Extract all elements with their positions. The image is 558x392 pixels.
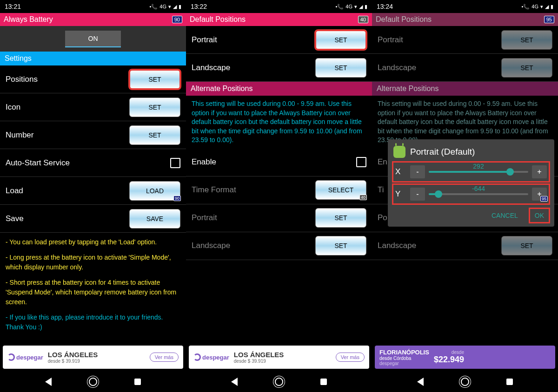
screen-3: 13:24 •📞 4G ▾ ◢ ▮ Default Positions 95 P… — [372, 0, 558, 392]
nav-recent-button[interactable] — [320, 379, 327, 385]
nav-back-button[interactable] — [45, 378, 52, 386]
ad-destination: LOS ÁNGELES — [234, 351, 284, 359]
master-toggle-row: ON — [0, 26, 186, 52]
net-label: 4G — [345, 4, 352, 9]
app-title: Always Battery — [4, 15, 53, 24]
signal-icon: ◢ — [173, 4, 177, 10]
cancel-button[interactable]: CANCEL — [487, 209, 523, 222]
nav-bar — [0, 372, 186, 392]
alt-landscape-label: Landscape — [192, 241, 230, 250]
ad-banner[interactable]: despegar LOS ÁNGELES desde $ 39.919 Ver … — [189, 346, 369, 369]
ad-banner[interactable]: despegar LOS ÁNGELES desde $ 39.919 Ver … — [3, 346, 183, 369]
number-row[interactable]: Number SET — [0, 121, 186, 149]
portrait-row[interactable]: Portrait SET — [186, 26, 372, 54]
nav-home-button[interactable] — [89, 378, 97, 386]
ad-destination: LOS ÁNGELES — [48, 351, 98, 359]
save-row[interactable]: Save SAVE — [0, 205, 186, 233]
load-label: Load — [6, 186, 23, 196]
number-set-button[interactable]: SET — [129, 125, 180, 145]
enable-label: Enable — [192, 157, 216, 167]
y-slider[interactable]: -644 — [429, 193, 528, 195]
icon-set-button[interactable]: SET — [129, 98, 180, 117]
wifi-icon: ▾ — [354, 4, 357, 10]
alt-portrait-label: Portrait — [192, 213, 217, 222]
autostart-row[interactable]: Auto-Start Service — [0, 149, 186, 177]
screen-1: 13:21 •📞 4G ▾ ◢ ▮ Always Battery 90 ON S… — [0, 0, 186, 392]
autostart-checkbox[interactable] — [170, 158, 180, 168]
load-row[interactable]: Load LOAD 90 — [0, 177, 186, 205]
landscape-row[interactable]: Landscape SET — [186, 54, 372, 82]
wifi-icon: ▾ — [168, 4, 171, 10]
select-badge: 40 — [359, 195, 367, 200]
x-plus-button[interactable]: + — [532, 165, 547, 178]
ad-logo: despegar — [193, 353, 229, 361]
ad-text: LOS ÁNGELES desde $ 39.919 — [48, 351, 98, 364]
nav-recent-button[interactable] — [134, 379, 141, 385]
battery-icon: ▮ — [179, 4, 181, 10]
y-label: Y — [395, 189, 406, 199]
nav-home-button[interactable] — [275, 378, 283, 386]
x-label: X — [395, 167, 406, 176]
alt-landscape-set-button[interactable]: SET — [315, 236, 366, 255]
y-minus-button[interactable]: - — [410, 188, 425, 201]
ok-button[interactable]: OK — [530, 209, 549, 222]
positions-row[interactable]: Positions SET — [0, 65, 186, 93]
dialog-actions: CANCEL OK — [393, 209, 549, 222]
x-slider-row: X - 292 + — [393, 163, 549, 181]
app-bar: Default Positions 40 — [186, 13, 372, 26]
app-bar: Always Battery 90 — [0, 13, 186, 26]
x-value: 292 — [473, 163, 484, 170]
tip-2: - Long press at the battery icon to acti… — [6, 253, 180, 272]
ad-cta-button[interactable]: Ver más — [150, 353, 179, 362]
ad-price: desde $ 39.919 — [234, 359, 284, 364]
positions-set-button[interactable]: SET — [129, 70, 180, 89]
landscape-label: Landscape — [192, 63, 230, 72]
portrait-set-button[interactable]: SET — [315, 30, 366, 50]
enable-row[interactable]: Enable — [186, 149, 372, 176]
status-bar: 13:21 •📞 4G ▾ ◢ ▮ — [0, 0, 186, 13]
screen-2: 13:22 •📞 4G ▾ ◢ ▮ Default Positions 40 P… — [186, 0, 372, 392]
signal-icon: ◢ — [359, 4, 363, 10]
dialog-overlay[interactable]: Portrait (Default) X - 292 + Y - -644 — [372, 0, 558, 392]
load-button[interactable]: LOAD 90 — [129, 181, 180, 201]
battery-badge[interactable]: 40 — [358, 16, 368, 23]
tip-1: - You can load preset by tapping at the … — [6, 237, 180, 247]
alternate-header: Alternate Positions — [186, 82, 372, 96]
nav-back-button[interactable] — [231, 378, 238, 386]
status-bar: 13:22 •📞 4G ▾ ◢ ▮ — [186, 0, 372, 13]
ad-cta-button[interactable]: Ver más — [336, 353, 365, 362]
icon-row[interactable]: Icon SET — [0, 93, 186, 121]
time-format-row: Time Format SELECT 40 — [186, 176, 372, 204]
spacer — [186, 260, 372, 346]
nav-bar — [186, 372, 372, 392]
battery-icon: ▮ — [365, 4, 367, 10]
dialog-header: Portrait (Default) — [393, 146, 549, 158]
number-label: Number — [6, 131, 33, 140]
position-dialog: Portrait (Default) X - 292 + Y - -644 — [388, 139, 554, 227]
y-value: -644 — [472, 185, 485, 192]
alt-portrait-set-button[interactable]: SET — [315, 208, 366, 228]
y-slider-row: Y - -644 + 95 — [393, 185, 549, 203]
status-icons: •📞 4G ▾ ◢ ▮ — [149, 4, 181, 10]
net-label: 4G — [159, 4, 166, 9]
x-slider[interactable]: 292 — [429, 171, 528, 173]
ad-logo: despegar — [7, 353, 43, 361]
alt-landscape-row: Landscape SET — [186, 232, 372, 260]
dialog-title: Portrait (Default) — [410, 147, 475, 157]
x-minus-button[interactable]: - — [410, 165, 425, 178]
clock: 13:21 — [5, 3, 21, 10]
y-plus-button[interactable]: + 95 — [532, 188, 547, 201]
save-button[interactable]: SAVE — [129, 209, 180, 229]
app-title: Default Positions — [190, 15, 246, 24]
ad-price: desde $ 39.919 — [48, 359, 98, 364]
load-button-label: LOAD — [146, 187, 164, 195]
tip-3: - Short press at the battery icon for 4 … — [6, 278, 180, 307]
on-toggle[interactable]: ON — [65, 31, 121, 47]
landscape-set-button[interactable]: SET — [315, 58, 366, 78]
alternate-description: This setting will be used during 0.00 - … — [186, 96, 372, 149]
time-format-select-button[interactable]: SELECT 40 — [315, 180, 366, 200]
status-icons: •📞 4G ▾ ◢ ▮ — [335, 4, 367, 10]
battery-badge[interactable]: 90 — [172, 16, 182, 23]
android-icon — [393, 146, 405, 158]
enable-checkbox[interactable] — [356, 157, 366, 167]
